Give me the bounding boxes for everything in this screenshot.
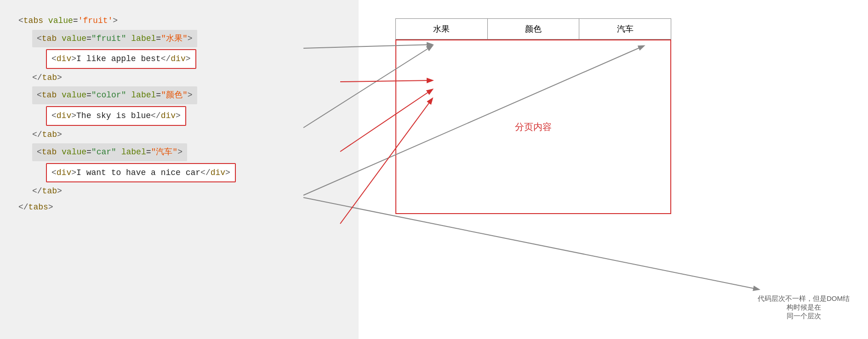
val-car: "car" xyxy=(91,147,116,157)
attr-label2: label xyxy=(131,90,156,100)
code-line-tab-color: <tab value="color" label="颜色"> xyxy=(18,86,340,104)
code-line-tab-close3: </tab> xyxy=(18,184,340,198)
bracket: < xyxy=(37,90,42,100)
code-line-tabs-open: <tabs value='fruit'> xyxy=(18,14,340,28)
tag-tab-c3: tab xyxy=(42,186,57,196)
tag-tab: tab xyxy=(42,34,57,43)
bracket: > xyxy=(57,130,62,139)
content-apple: I like apple best xyxy=(76,54,161,63)
tag-div-close2: div xyxy=(161,111,176,120)
red-box-sky: <div>The sky is blue</div> xyxy=(46,106,186,126)
bracket: </ xyxy=(200,168,211,177)
val-yanse: "颜色" xyxy=(161,90,188,100)
tag-tabs-c: tabs xyxy=(29,203,48,212)
gray-box-fruit: <tab value="fruit" label="水果"> xyxy=(32,30,197,48)
content-sky: The sky is blue xyxy=(76,111,151,120)
left-panel: <tabs value='fruit'> <tab value="fruit" … xyxy=(0,0,359,339)
bracket: > xyxy=(188,34,193,43)
bracket: > xyxy=(113,16,118,25)
bracket: > xyxy=(71,168,76,177)
bracket: </ xyxy=(151,111,161,120)
bracket: > xyxy=(188,90,193,100)
val-fruit: "fruit" xyxy=(91,34,126,43)
tag-tab2: tab xyxy=(42,90,57,100)
bracket: < xyxy=(18,16,23,25)
red-box-car: <div>I want to have a nice car</div> xyxy=(46,163,236,183)
attr-value3: value xyxy=(62,147,86,157)
val-color: "color" xyxy=(91,90,126,100)
attr-value2: value xyxy=(62,90,86,100)
attr-label3: label xyxy=(121,147,146,157)
bottom-note-line1: 代码层次不一样，但是DOM结构时候是在 xyxy=(758,294,850,311)
tag-div-close: div xyxy=(171,54,185,63)
bracket: > xyxy=(176,111,181,120)
bracket: > xyxy=(71,111,76,120)
tag-tab-c: tab xyxy=(42,73,57,82)
tag-div2: div xyxy=(57,111,71,120)
gray-box-car: <tab value="car" label="汽车"> xyxy=(32,143,187,161)
tabs-content: 分页内容 xyxy=(395,40,671,214)
bracket: </ xyxy=(32,186,42,196)
code-line-car: <div>I want to have a nice car</div> xyxy=(18,163,340,183)
val-qiche: "汽车" xyxy=(151,147,178,157)
bracket: < xyxy=(51,111,57,120)
tag-tab-c2: tab xyxy=(42,130,57,139)
tag-tab3: tab xyxy=(42,147,57,157)
val-water: "水果" xyxy=(161,34,188,43)
code-line-tab-fruit: <tab value="fruit" label="水果"> xyxy=(18,30,340,48)
bottom-note-line2: 同一个层次 xyxy=(787,312,821,320)
right-panel: 水果 颜色 汽车 分页内容 代码层次不一样，但是DOM结构时候是在 同一个层次 xyxy=(359,0,868,339)
tag-div: div xyxy=(57,54,71,63)
bracket: > xyxy=(177,147,183,157)
tag-div-close3: div xyxy=(211,168,225,177)
bracket: > xyxy=(225,168,230,177)
code-line-apple: <div>I like apple best</div> xyxy=(18,49,340,69)
code-line-tabs-close: </tabs> xyxy=(18,200,340,215)
tab-btn-car[interactable]: 汽车 xyxy=(579,19,671,39)
bottom-note: 代码层次不一样，但是DOM结构时候是在 同一个层次 xyxy=(758,294,850,321)
tab-btn-fruit[interactable]: 水果 xyxy=(396,19,488,39)
code-line-tab-close1: </tab> xyxy=(18,71,340,85)
code-line-tab-close2: </tab> xyxy=(18,128,340,142)
bracket: < xyxy=(37,147,42,157)
bracket: < xyxy=(37,34,42,43)
bracket: > xyxy=(57,186,62,196)
red-box-apple: <div>I like apple best</div> xyxy=(46,49,196,69)
attr-val-fruit: 'fruit' xyxy=(78,16,113,25)
attr-label: label xyxy=(131,34,156,43)
bracket: </ xyxy=(161,54,171,63)
content-car: I want to have a nice car xyxy=(76,168,200,177)
bracket: </ xyxy=(18,203,29,212)
bracket: > xyxy=(186,54,191,63)
attr-value: value xyxy=(48,16,73,25)
code-block: <tabs value='fruit'> <tab value="fruit" … xyxy=(18,14,340,215)
tab-btn-color[interactable]: 颜色 xyxy=(488,19,580,39)
bracket: > xyxy=(71,54,76,63)
gray-box-color: <tab value="color" label="颜色"> xyxy=(32,86,197,104)
tag-div3: div xyxy=(57,168,71,177)
tabs-header: 水果 颜色 汽车 xyxy=(395,18,671,40)
bracket: > xyxy=(48,203,53,212)
tabs-ui: 水果 颜色 汽车 分页内容 xyxy=(395,18,671,214)
bracket: < xyxy=(51,54,57,63)
attr-value: value xyxy=(62,34,86,43)
content-label: 分页内容 xyxy=(515,121,552,133)
bracket: </ xyxy=(32,73,42,82)
bracket: </ xyxy=(32,130,42,139)
bracket: < xyxy=(51,168,57,177)
code-line-sky: <div>The sky is blue</div> xyxy=(18,106,340,126)
bracket: > xyxy=(57,73,62,82)
tag-tabs: tabs xyxy=(23,16,43,25)
code-line-tab-car: <tab value="car" label="汽车"> xyxy=(18,143,340,161)
